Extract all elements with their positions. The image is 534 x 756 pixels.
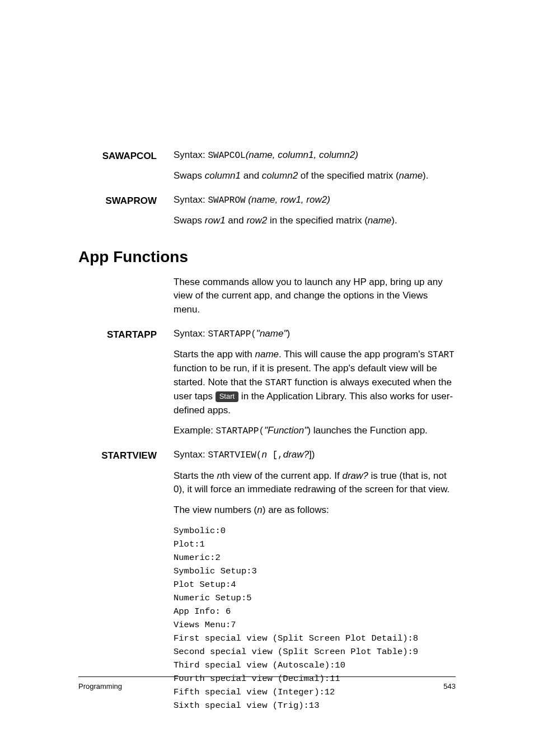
t: START xyxy=(265,378,292,388)
startapp-label: STARTAPP xyxy=(107,329,157,340)
content-col: These commands allow you to launch any H… xyxy=(174,276,456,324)
label-col xyxy=(78,276,174,324)
entry-intro: These commands allow you to launch any H… xyxy=(78,276,456,324)
syntax-args: (name, column1, column2) xyxy=(246,150,358,160)
sawapcol-label: SAWAPCOL xyxy=(102,151,157,161)
entry-startview: STARTVIEW Syntax: STARTVIEW(n [,draw?]) … xyxy=(78,448,456,712)
syntax-prefix: Syntax: xyxy=(174,194,208,205)
startview-p2: The view numbers (n) are as follows: xyxy=(174,503,456,517)
t: ) are as follows: xyxy=(263,505,329,515)
syntax-draw: draw? xyxy=(283,449,309,460)
t: The view numbers ( xyxy=(174,505,257,515)
label-col: SAWAPCOL xyxy=(78,148,174,190)
startview-p1: Starts the nth view of the current app. … xyxy=(174,469,456,497)
t: th view of the current app. If xyxy=(222,470,343,481)
content-col: Syntax: SWAPCOL(name, column1, column2) … xyxy=(174,148,456,190)
swaprow-syntax: Syntax: SWAPROW (name, row1, row2) xyxy=(174,193,456,207)
t: Starts the app with xyxy=(174,349,255,360)
t: Swaps xyxy=(174,215,205,226)
t: draw? xyxy=(342,470,368,481)
t: START xyxy=(428,350,455,360)
t: row1 xyxy=(205,215,226,226)
startapp-example: Example: STARTAPP("Function") launches t… xyxy=(174,424,456,438)
t: row2 xyxy=(246,215,267,226)
t: and xyxy=(241,170,262,181)
label-col: STARTVIEW xyxy=(78,448,174,712)
entry-startapp: STARTAPP Syntax: STARTAPP("name") Starts… xyxy=(78,327,456,445)
t: name xyxy=(399,170,423,181)
content-col: Syntax: SWAPROW (name, row1, row2) Swaps… xyxy=(174,193,456,235)
sawapcol-desc: Swaps column1 and column2 of the specifi… xyxy=(174,169,456,183)
start-button-icon: Start xyxy=(216,391,238,402)
syntax-close: ]) xyxy=(309,449,315,460)
swaprow-label: SWAPROW xyxy=(105,195,157,206)
ex-prefix: Example: xyxy=(174,425,216,436)
label-col: SWAPROW xyxy=(78,193,174,235)
page-footer: Programming 543 xyxy=(78,676,456,692)
t: name xyxy=(368,215,392,226)
sawapcol-syntax: Syntax: SWAPCOL(name, column1, column2) xyxy=(174,148,456,162)
syntax-cmd: SWAPROW xyxy=(208,195,245,206)
syntax-cmd: STARTAPP( xyxy=(208,329,256,339)
startapp-p1: Starts the app with name. This will caus… xyxy=(174,348,456,417)
t: ). xyxy=(391,215,397,226)
content-col: Syntax: STARTVIEW(n [,draw?]) Starts the… xyxy=(174,448,456,712)
syntax-mid: [, xyxy=(267,450,283,460)
t: n xyxy=(257,505,262,515)
page-content: SAWAPCOL Syntax: SWAPCOL(name, column1, … xyxy=(0,0,534,712)
syntax-close: ) xyxy=(287,328,290,339)
t: Swaps xyxy=(174,170,205,181)
t: . This will cause the app program's xyxy=(279,349,428,360)
t: of the specified matrix ( xyxy=(298,170,399,181)
startview-label: STARTVIEW xyxy=(101,450,157,461)
footer-right: 543 xyxy=(443,682,456,692)
content-col: Syntax: STARTAPP("name") Starts the app … xyxy=(174,327,456,445)
t: n xyxy=(217,470,222,481)
t: ). xyxy=(423,170,428,181)
ex-arg: "Function" xyxy=(264,425,307,436)
t: name xyxy=(255,349,279,360)
syntax-args: (name, row1, row2) xyxy=(246,194,330,205)
entry-swaprow: SWAPROW Syntax: SWAPROW (name, row1, row… xyxy=(78,193,456,235)
t: column2 xyxy=(262,170,298,181)
t: Starts the xyxy=(174,470,217,481)
section-title: App Functions xyxy=(78,246,456,268)
syntax-prefix: Syntax: xyxy=(174,328,208,339)
syntax-arg: "name" xyxy=(256,328,287,339)
syntax-n: n xyxy=(261,449,266,460)
syntax-cmd: STARTVIEW( xyxy=(208,450,261,460)
label-col: STARTAPP xyxy=(78,327,174,445)
swaprow-desc: Swaps row1 and row2 in the specified mat… xyxy=(174,214,456,228)
startview-syntax: Syntax: STARTVIEW(n [,draw?]) xyxy=(174,448,456,462)
syntax-cmd: SWAPCOL xyxy=(208,151,245,161)
syntax-prefix: Syntax: xyxy=(174,150,208,160)
syntax-prefix: Syntax: xyxy=(174,449,208,460)
ex-tail: launches the Function app. xyxy=(311,425,428,436)
t: in the specified matrix ( xyxy=(267,215,368,226)
footer-left: Programming xyxy=(78,682,122,692)
intro-text: These commands allow you to launch any H… xyxy=(174,276,456,317)
ex-cmd: STARTAPP( xyxy=(216,426,264,436)
t: and xyxy=(226,215,247,226)
startapp-syntax: Syntax: STARTAPP("name") xyxy=(174,327,456,341)
entry-sawapcol: SAWAPCOL Syntax: SWAPCOL(name, column1, … xyxy=(78,148,456,190)
t: column1 xyxy=(205,170,241,181)
